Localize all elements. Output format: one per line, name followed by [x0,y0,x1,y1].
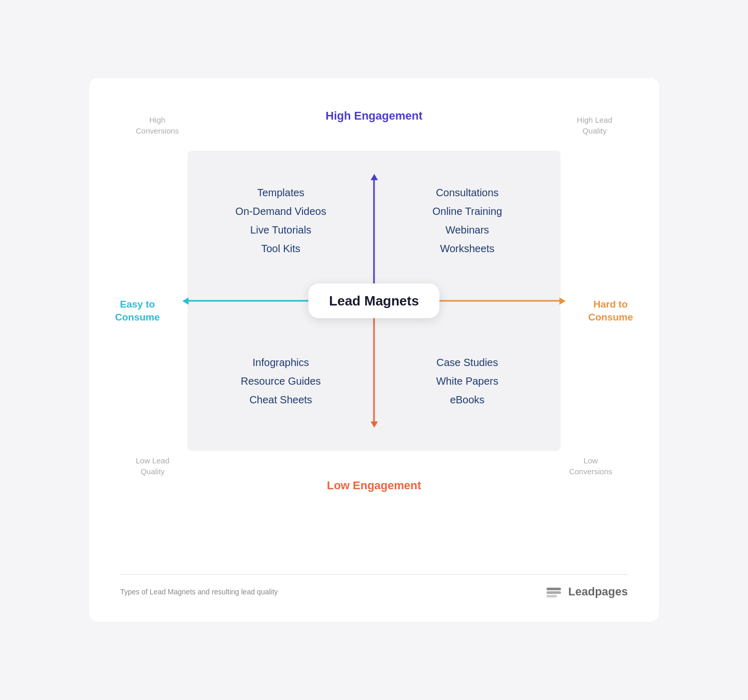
item-on-demand-videos: On-Demand Videos [235,202,326,221]
axis-bottom-label: Low Engagement [327,479,421,492]
axis-left-label: Easy toConsume [115,298,160,324]
quadrant-top-right: Consultations Online Training Webinars W… [374,151,560,301]
leadpages-logo-text: Leadpages [568,585,628,599]
item-case-studies: Case Studies [437,353,498,372]
main-card: High Engagement HighConversions High Lea… [89,78,659,622]
item-live-tutorials: Live Tutorials [250,221,311,239]
item-worksheets: Worksheets [440,239,494,258]
leadpages-logo-icon [544,582,563,601]
item-templates: Templates [257,183,304,202]
item-online-training: Online Training [433,202,502,221]
item-infographics: Infographics [253,353,309,372]
chart-wrapper: HighConversions High LeadQuality Low Lea… [120,104,628,518]
center-badge: Lead Magnets [308,284,439,318]
svg-rect-0 [546,588,561,590]
axis-right-label: Hard toConsume [588,298,633,324]
item-resource-guides: Resource Guides [241,372,321,390]
chart-area: High Engagement HighConversions High Lea… [120,104,628,559]
corner-bottom-left: Low LeadQuality [136,455,169,477]
corner-top-right: High LeadQuality [577,114,612,136]
item-webinars: Webinars [445,221,489,239]
footer: Types of Lead Magnets and resulting lead… [120,574,628,601]
quadrant-bottom-right: Case Studies White Papers eBooks [374,301,560,451]
item-ebooks: eBooks [450,390,485,409]
item-cheat-sheets: Cheat Sheets [249,390,312,409]
quadrant-bottom-left: Infographics Resource Guides Cheat Sheet… [188,301,374,451]
item-consultations: Consultations [436,183,498,202]
corner-bottom-right: LowConversions [569,455,612,477]
svg-rect-2 [546,595,557,597]
corner-top-left: HighConversions [136,114,179,136]
grid-box: Lead Magnets Templates On-Demand Videos … [188,151,560,451]
svg-rect-1 [546,591,561,594]
logo-area: Leadpages [544,582,628,601]
item-white-papers: White Papers [436,372,498,390]
footer-caption: Types of Lead Magnets and resulting lead… [120,588,278,596]
item-tool-kits: Tool Kits [261,239,300,258]
quadrant-top-left: Templates On-Demand Videos Live Tutorial… [188,151,374,301]
